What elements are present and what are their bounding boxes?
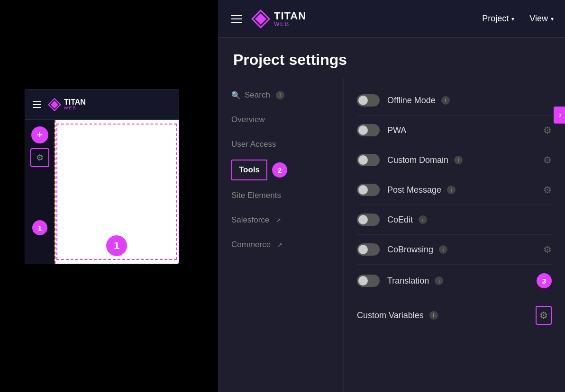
external-link-icon: ↗: [276, 217, 281, 224]
translation-label: Translation i: [387, 276, 529, 286]
logo-diamond-icon: [251, 9, 270, 28]
cobrowsing-toggle[interactable]: [357, 243, 380, 256]
commerce-label: Commerce: [231, 240, 271, 249]
setting-row-cobrowsing: CoBrowsing i ⚙: [357, 235, 552, 265]
nav-item-tools[interactable]: Tools 2: [218, 160, 343, 180]
cobrowsing-info[interactable]: i: [439, 245, 447, 254]
cobrowsing-gear-icon[interactable]: ⚙: [543, 244, 552, 255]
float-logo-text: TITAN WEB: [64, 98, 86, 110]
pink-action-button[interactable]: ›: [554, 107, 565, 124]
tools-step-badge: 2: [272, 162, 287, 178]
nav-project[interactable]: Project ▾: [482, 14, 514, 24]
page-title-bar: Project settings: [218, 38, 565, 78]
float-page-number: 1: [106, 235, 127, 256]
float-logo: TITAN WEB: [48, 98, 86, 111]
float-logo-icon: [48, 98, 61, 111]
coedit-info[interactable]: i: [419, 215, 427, 224]
page-title: Project settings: [233, 51, 550, 69]
floating-window: TITAN WEB + ⚙ 1 1: [25, 89, 179, 264]
nav-item-site-elements[interactable]: Site Elements: [218, 184, 343, 207]
offline-mode-toggle[interactable]: [357, 94, 380, 107]
float-logo-titan: TITAN: [64, 98, 86, 106]
nav-item-salesforce[interactable]: Salesforce ↗: [218, 209, 343, 232]
user-access-label: User Access: [231, 140, 276, 149]
post-message-label: Post Message i: [387, 185, 536, 195]
settings-nav: 🔍 Search i Overview User Access Tools 2 …: [218, 78, 344, 392]
float-gear-box[interactable]: ⚙: [30, 148, 49, 167]
float-add-button[interactable]: +: [31, 126, 48, 143]
custom-domain-label: Custom Domain i: [387, 155, 536, 165]
custom-variables-label: Custom Variables i: [357, 311, 528, 321]
pwa-toggle[interactable]: [357, 124, 380, 136]
translation-step-badge: 3: [537, 273, 552, 288]
float-canvas: 1: [55, 120, 179, 264]
header-nav: Project ▾ View ▾: [482, 14, 554, 24]
custom-variables-gear-box[interactable]: ⚙: [536, 306, 552, 325]
float-step1-badge: 1: [32, 220, 47, 235]
main-content: Project settings 🔍 Search i Overview Use…: [218, 38, 565, 392]
custom-domain-toggle[interactable]: [357, 154, 380, 166]
float-menu-button[interactable]: [33, 101, 41, 108]
nav-item-user-access[interactable]: User Access: [218, 133, 343, 156]
red-dashed-line: [55, 120, 55, 264]
logo-titan: TITAN: [274, 11, 306, 21]
nav-item-commerce[interactable]: Commerce ↗: [218, 233, 343, 256]
search-label: Search: [245, 90, 270, 100]
offline-mode-label: Offline Mode i: [387, 96, 552, 106]
content-area: 🔍 Search i Overview User Access Tools 2 …: [218, 78, 565, 392]
chevron-down-icon: ▾: [551, 16, 554, 22]
search-info-badge[interactable]: i: [276, 91, 284, 99]
pwa-gear-icon[interactable]: ⚙: [543, 125, 552, 136]
chevron-down-icon: ▾: [511, 16, 514, 22]
floating-body: + ⚙ 1 1: [25, 120, 179, 264]
post-message-gear-icon[interactable]: ⚙: [543, 184, 552, 196]
site-elements-label: Site Elements: [231, 191, 281, 200]
top-header: TITAN WEB Project ▾ View ▾: [218, 0, 565, 38]
custom-variables-info[interactable]: i: [429, 311, 438, 320]
nav-search[interactable]: 🔍 Search i: [218, 84, 343, 107]
cobrowsing-label: CoBrowsing i: [387, 245, 536, 255]
translation-toggle[interactable]: [357, 275, 380, 287]
offline-mode-info[interactable]: i: [441, 96, 450, 105]
setting-row-post-message: Post Message i ⚙: [357, 175, 552, 205]
setting-row-translation: Translation i 3: [357, 265, 552, 297]
setting-row-pwa: PWA ⚙: [357, 116, 552, 145]
tools-label: Tools: [231, 160, 267, 180]
pwa-label: PWA: [387, 125, 536, 135]
post-message-info[interactable]: i: [447, 186, 456, 194]
nav-item-overview[interactable]: Overview: [218, 108, 343, 131]
settings-panel: › Offline Mode i PWA ⚙: [344, 78, 565, 392]
translation-info[interactable]: i: [435, 276, 443, 285]
nav-view[interactable]: View ▾: [529, 14, 554, 24]
search-icon: 🔍: [231, 91, 241, 100]
header-logo: TITAN WEB: [251, 9, 306, 28]
salesforce-label: Salesforce: [231, 215, 269, 225]
logo-text: TITAN WEB: [274, 11, 306, 27]
custom-domain-info[interactable]: i: [454, 156, 463, 164]
setting-row-offline-mode: Offline Mode i: [357, 86, 552, 116]
coedit-label: CoEdit i: [387, 215, 552, 225]
overview-label: Overview: [231, 115, 265, 125]
post-message-toggle[interactable]: [357, 184, 380, 196]
floating-header: TITAN WEB: [25, 89, 179, 120]
setting-row-coedit: CoEdit i: [357, 205, 552, 235]
float-logo-web: WEB: [64, 106, 86, 110]
setting-row-custom-variables: Custom Variables i ⚙: [357, 297, 552, 333]
setting-row-custom-domain: Custom Domain i ⚙: [357, 145, 552, 175]
float-sidebar: + ⚙ 1: [25, 120, 55, 264]
custom-variables-gear-icon: ⚙: [539, 310, 548, 321]
coedit-toggle[interactable]: [357, 214, 380, 226]
header-menu-button[interactable]: [229, 13, 244, 25]
logo-web: WEB: [274, 21, 306, 27]
external-link-icon: ↗: [277, 241, 282, 249]
custom-domain-gear-icon[interactable]: ⚙: [543, 154, 552, 166]
